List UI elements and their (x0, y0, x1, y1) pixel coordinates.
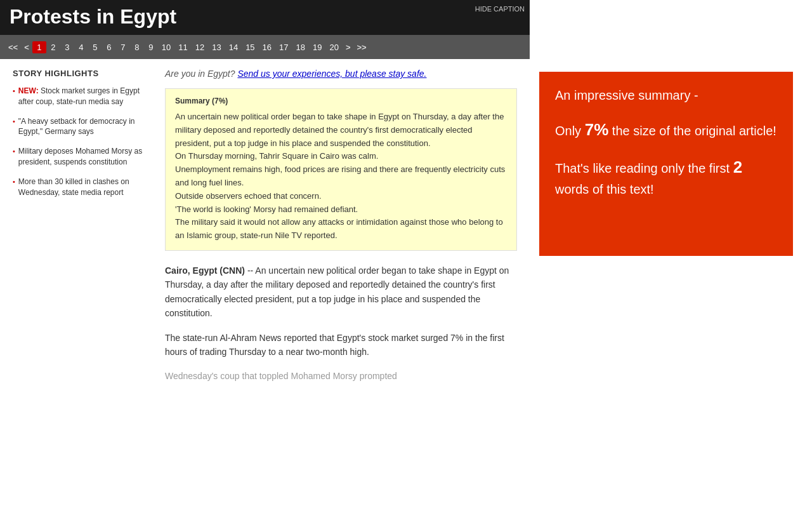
bullet-icon-2: • (13, 117, 15, 125)
pagination-last[interactable]: >> (354, 41, 370, 53)
promo-line-2: Only 7% the size of the original article… (555, 117, 777, 142)
pagination-page-18[interactable]: 18 (292, 41, 309, 53)
promo-line3-pre: That's like reading only the first (555, 161, 733, 175)
highlight-item-1: • NEW: Stock market surges in Egypt afte… (13, 86, 143, 107)
pagination-page-11[interactable]: 11 (174, 41, 191, 53)
pagination-page-17[interactable]: 17 (275, 41, 292, 53)
article-area: Are you in Egypt? Send us your experienc… (152, 59, 530, 393)
banner-link[interactable]: Send us your experiences, but please sta… (237, 69, 426, 79)
bullet-icon-3: • (13, 147, 15, 155)
highlight-text-1: NEW: Stock market surges in Egypt after … (18, 86, 143, 107)
highlight-item-4: • More than 30 killed in clashes on Wedn… (13, 177, 143, 198)
summary-label: Summary (7%) (175, 97, 507, 105)
pagination-page-14[interactable]: 14 (225, 41, 242, 53)
article-paragraph-1: Cairo, Egypt (CNN) -- An uncertain new p… (165, 264, 517, 321)
pagination-page-4[interactable]: 4 (74, 41, 88, 53)
promo-line2-post: the size of the original article! (608, 124, 776, 138)
hide-caption-button[interactable]: HIDE CAPTION (475, 5, 525, 13)
story-highlights-sidebar: STORY HIGHLIGHTS • NEW: Stock market sur… (0, 59, 152, 393)
bullet-icon-4: • (13, 178, 15, 185)
summary-box: Summary (7%) An uncertain new political … (165, 88, 517, 251)
pagination-page-8[interactable]: 8 (130, 41, 144, 53)
pagination-first[interactable]: << (5, 41, 21, 53)
pagination-next[interactable]: > (343, 41, 354, 53)
highlight-text-4: More than 30 killed in clashes on Wednes… (18, 177, 143, 198)
bullet-icon-1: • (13, 87, 15, 95)
pagination-page-3[interactable]: 3 (60, 41, 74, 53)
pagination-page-13[interactable]: 13 (208, 41, 225, 53)
promo-line-1: An impressive summary - (555, 86, 777, 105)
promo-line3-post: words of this text! (555, 182, 654, 196)
article-header: Protests in Egypt HIDE CAPTION (0, 0, 530, 35)
highlight-item-2: • "A heavy setback for democracy in Egyp… (13, 116, 143, 138)
main-layout: STORY HIGHLIGHTS • NEW: Stock market sur… (0, 59, 812, 393)
promo-panel: An impressive summary - Only 7% the size… (530, 59, 802, 393)
banner-static-text: Are you in Egypt? (165, 69, 237, 79)
pagination-page-7[interactable]: 7 (116, 41, 130, 53)
pagination-page-5[interactable]: 5 (88, 41, 102, 53)
promo-percentage: 7% (585, 120, 609, 139)
pagination-page-6[interactable]: 6 (102, 41, 116, 53)
promo-line1-text: An impressive summary - (555, 88, 698, 102)
highlight-item-3: • Military deposes Mohamed Morsy as pres… (13, 146, 143, 168)
promo-word-count: 2 (733, 157, 742, 177)
highlight-text-2: "A heavy setback for democracy in Egypt,… (18, 116, 143, 138)
pagination-page-12[interactable]: 12 (192, 41, 208, 53)
promo-line-3: That's like reading only the first 2 wor… (555, 155, 777, 199)
highlight-text-3: Military deposes Mohamed Morsy as presid… (18, 146, 143, 168)
promo-box: An impressive summary - Only 7% the size… (539, 72, 793, 256)
pagination-bar: << < 1 2 3 4 5 6 7 8 9 10 11 12 13 14 15… (0, 35, 530, 59)
sidebar-title: STORY HIGHLIGHTS (13, 69, 143, 78)
reader-banner: Are you in Egypt? Send us your experienc… (165, 69, 517, 79)
pagination-page-9[interactable]: 9 (144, 41, 158, 53)
pagination-page-1[interactable]: 1 (32, 41, 46, 53)
pagination-page-15[interactable]: 15 (242, 41, 258, 53)
pagination-page-20[interactable]: 20 (325, 41, 342, 53)
pagination-page-19[interactable]: 19 (309, 41, 325, 53)
summary-text: An uncertain new political order began t… (175, 110, 507, 243)
pagination-page-16[interactable]: 16 (259, 41, 275, 53)
pagination-prev[interactable]: < (21, 41, 32, 53)
new-label-1: NEW: (18, 86, 39, 95)
article-paragraph-faded: Wednesday's coup that toppled Mohamed Mo… (165, 369, 517, 383)
pagination-page-10[interactable]: 10 (158, 41, 174, 53)
article-title: Protests in Egypt (10, 5, 176, 28)
article-paragraph-2: The state-run Al-Ahram News reported tha… (165, 331, 517, 359)
pagination-page-2[interactable]: 2 (46, 41, 60, 53)
article-dateline: Cairo, Egypt (CNN) (165, 265, 245, 276)
promo-line2-pre: Only (555, 124, 585, 138)
